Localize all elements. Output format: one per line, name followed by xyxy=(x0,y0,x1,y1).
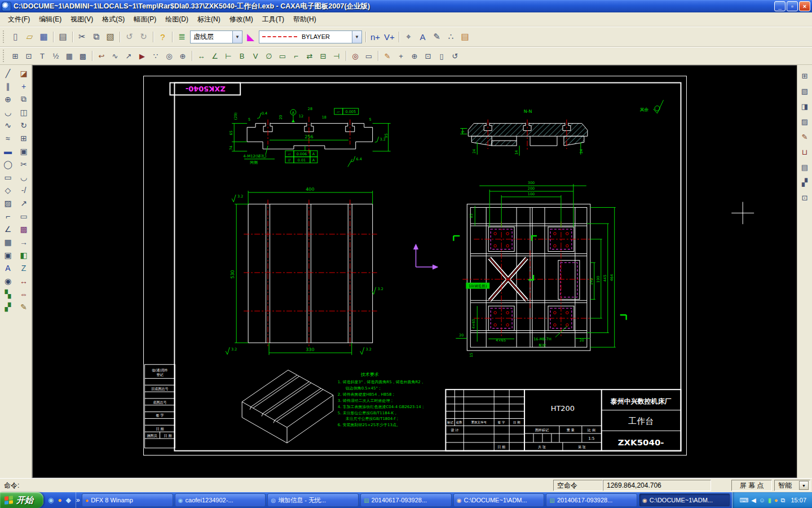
angle-line-icon[interactable]: ∠ xyxy=(1,222,15,235)
rotate-icon[interactable]: ↻ xyxy=(17,119,30,132)
menu-item[interactable]: 编辑(E) xyxy=(34,13,66,26)
zoom-rect-icon[interactable]: ⊡ xyxy=(421,49,435,63)
line-icon[interactable]: ╱ xyxy=(1,67,15,80)
start-button[interactable]: 开始 xyxy=(0,492,43,508)
text-tool-icon[interactable]: A xyxy=(1,261,15,274)
ruler-icon[interactable]: ▭ xyxy=(362,49,376,63)
new-icon[interactable]: ▯ xyxy=(8,30,23,44)
dim-text-icon[interactable]: ⊣ xyxy=(330,49,343,63)
new-view-icon[interactable]: ⊡ xyxy=(798,191,811,204)
spline-icon[interactable]: ≈ xyxy=(1,132,15,144)
dim-chain-icon[interactable]: ⇄ xyxy=(303,49,316,63)
dim-edit-icon[interactable]: ½ xyxy=(49,49,63,63)
taskbar-item-info[interactable]: ◎ 增加信息 - 无忧... xyxy=(267,493,359,507)
taskbar-item-caofei[interactable]: ◉ caofei1234902-... xyxy=(175,493,266,507)
zoom-all-icon[interactable]: ⊞ xyxy=(8,49,22,63)
layer-transfer-icon[interactable]: Z xyxy=(17,261,30,274)
plot-icon[interactable]: ✎ xyxy=(798,130,811,143)
dim-edit2-icon[interactable]: ⇔ xyxy=(17,287,30,300)
array-icon[interactable]: ⊞ xyxy=(17,132,30,144)
taskbar-item-rar-1[interactable]: ▤ 20140617-093928... xyxy=(360,493,452,507)
tangent-track-icon[interactable]: V+ xyxy=(382,30,396,44)
toolbar-icon[interactable] xyxy=(170,30,175,44)
transform-icon[interactable]: ◨ xyxy=(798,100,811,112)
menu-item[interactable]: 工具(T) xyxy=(258,13,289,26)
circle-ref-icon[interactable]: ◎ xyxy=(162,49,176,63)
print-icon[interactable]: ▤ xyxy=(56,30,70,44)
toolbar-icon[interactable] xyxy=(117,30,122,44)
render-icon[interactable]: ▨ xyxy=(798,115,811,128)
text-edit-icon[interactable]: T xyxy=(36,49,49,63)
grid-icon[interactable]: ▦ xyxy=(1,235,15,248)
zoom-window-icon[interactable]: ⊡ xyxy=(22,49,36,63)
dim-angle-icon[interactable]: V xyxy=(249,49,262,63)
menu-item[interactable]: 文件(F) xyxy=(3,13,34,26)
leader-icon[interactable]: ↗ xyxy=(122,49,135,63)
break-icon[interactable]: -/ xyxy=(17,183,30,196)
section-icon[interactable]: ▞ xyxy=(798,176,811,189)
layer-select[interactable]: 虚线层 ▼ xyxy=(190,30,242,43)
quicklaunch-mail-icon[interactable]: ◆ xyxy=(66,496,71,504)
arrow-icon[interactable]: ▶ xyxy=(135,49,149,63)
tray-media-icon[interactable]: ● xyxy=(774,497,778,503)
help-icon[interactable]: ? xyxy=(156,30,170,44)
cut-icon[interactable]: ✂ xyxy=(75,30,89,44)
clamp-icon[interactable]: ⊔ xyxy=(798,146,811,158)
block-panel-icon[interactable]: ⊞ xyxy=(798,69,811,82)
toolbar-icon[interactable] xyxy=(70,30,75,44)
dim-style-icon[interactable]: ✎ xyxy=(430,30,444,44)
stretch-icon[interactable]: ↗ xyxy=(17,196,30,209)
restore-button[interactable]: ▫ xyxy=(787,1,798,11)
fillet-icon[interactable]: ◡ xyxy=(17,170,30,183)
menu-item[interactable]: 格式(S) xyxy=(98,13,129,26)
zoom-inout-icon[interactable]: ⊕ xyxy=(408,49,421,63)
dim-quick-icon[interactable]: ↔ xyxy=(17,274,30,287)
text-style-icon[interactable]: A xyxy=(416,30,430,44)
solid-3d-icon[interactable]: ▧ xyxy=(798,85,811,97)
dim-diameter-icon[interactable]: ∅ xyxy=(262,49,276,63)
sketch-icon[interactable]: ✎ xyxy=(381,49,394,63)
quicklaunch-browser-icon[interactable]: ◉ xyxy=(48,496,54,504)
toolbar-icon[interactable] xyxy=(343,49,348,63)
tray-display-icon[interactable]: ⧉ xyxy=(781,497,785,504)
erase-icon[interactable]: ◪ xyxy=(17,67,30,80)
parallel-lines-icon[interactable]: ∥ xyxy=(1,80,15,93)
dim-baseline-icon[interactable]: ⊢ xyxy=(222,49,235,63)
taskbar-item-rar-2[interactable]: ▤ 20140617-093928... xyxy=(546,493,637,507)
color-picker-button[interactable]: ◣ xyxy=(244,30,258,44)
dim-linear-icon[interactable]: ↔ xyxy=(195,49,208,63)
tray-safety-icon[interactable]: ▮ xyxy=(768,497,771,504)
dim-datum-icon[interactable]: ⌐ xyxy=(289,49,303,63)
select-settings-icon[interactable]: ⌖ xyxy=(401,30,416,44)
taskbar-item-caxa-2[interactable]: ◉ C:\DOCUME~1\ADM... xyxy=(639,493,730,507)
quicklaunch-winamp-icon[interactable]: ● xyxy=(58,496,61,504)
notes-icon[interactable]: ▤ xyxy=(798,161,811,173)
region-icon[interactable]: ◉ xyxy=(1,274,15,287)
zoom-page-icon[interactable]: ▯ xyxy=(435,49,448,63)
toolbar-icon[interactable] xyxy=(376,49,381,63)
block-create-icon[interactable]: ▚ xyxy=(1,287,15,300)
drawing-canvas[interactable]: ZXK5040- 其余 (29) 5 xyxy=(32,65,797,478)
menu-item[interactable]: 幅面(P) xyxy=(129,13,161,26)
stack-icon[interactable]: ▣ xyxy=(17,144,30,157)
paste-icon[interactable]: ▧ xyxy=(103,30,117,44)
quick-launch-overflow-icon[interactable]: » xyxy=(76,496,80,504)
brush-icon[interactable]: ✎ xyxy=(17,300,30,313)
tray-keyboard-icon[interactable]: ⌨ xyxy=(739,497,748,504)
taskbar-item-winamp[interactable]: ● DFX 8 Winamp xyxy=(82,493,173,507)
block-insert-icon[interactable]: ◧ xyxy=(17,248,30,261)
polygon-icon[interactable]: ◇ xyxy=(1,183,15,196)
spline-points-icon[interactable]: ∵ xyxy=(149,49,162,63)
pan-icon[interactable]: + xyxy=(394,49,408,63)
polyline-tool-icon[interactable]: ⌐ xyxy=(1,209,15,222)
curve-icon[interactable]: ∿ xyxy=(1,119,15,132)
menu-item[interactable]: 标注(N) xyxy=(193,13,225,26)
linetype-select[interactable]: BYLAYER ▼ xyxy=(259,30,362,43)
ortho-track-icon[interactable]: n+ xyxy=(368,30,382,44)
offset-icon[interactable]: → xyxy=(17,235,30,248)
block-attrib-icon[interactable]: ▞ xyxy=(1,300,15,313)
toolbar-grip[interactable] xyxy=(3,30,7,43)
tray-back-icon[interactable]: ◀ xyxy=(751,497,756,504)
rectangle-fill-icon[interactable]: ▬ xyxy=(1,144,15,157)
dim-b-icon[interactable]: B xyxy=(235,49,249,63)
